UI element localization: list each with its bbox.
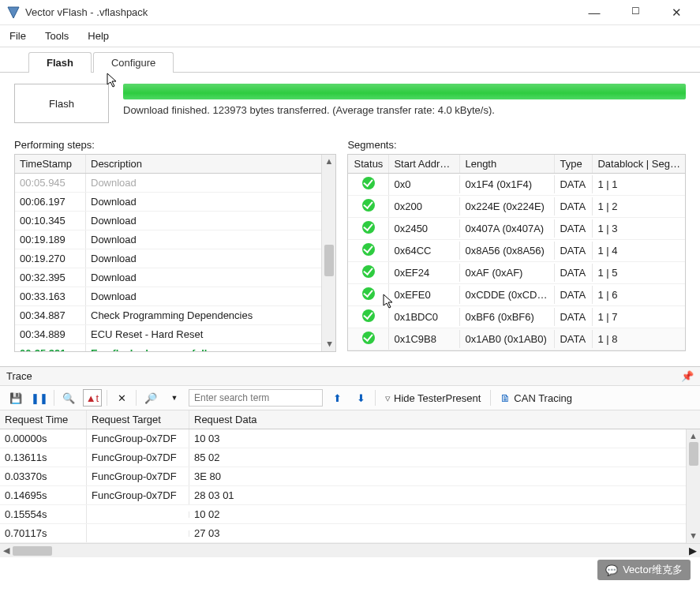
trace-body[interactable]: 0.00000s FuncGroup-0x7DF 10 030.13611s F…	[0, 429, 686, 543]
trace-cell-tg: FuncGroup-0x7DF	[87, 486, 189, 504]
segment-db-cell: 1 | 2	[593, 197, 685, 215]
tab-flash[interactable]: Flash	[28, 52, 92, 73]
segments-label: Segments:	[347, 139, 686, 151]
steps-cell-ts: 00:32.395	[15, 268, 86, 287]
pin-icon[interactable]: 📌	[681, 370, 694, 382]
seg-col-start[interactable]: Start Address	[389, 155, 460, 173]
steps-cell-desc: Download	[86, 249, 321, 268]
segment-length-cell: 0x1AB0 (0x1AB0)	[460, 330, 555, 348]
save-icon[interactable]: 💾	[6, 389, 25, 407]
trace-cell-rd: 27 03	[189, 524, 686, 542]
trace-row[interactable]: 0.13611s FuncGroup-0x7DF 85 02	[0, 448, 686, 467]
flash-button[interactable]: Flash	[14, 84, 109, 123]
segment-row[interactable]: 0xEFE0 0xCDDE (0xCDDE) DATA 1 | 6	[348, 284, 685, 306]
menu-tools[interactable]: Tools	[45, 30, 69, 42]
steps-col-description[interactable]: Description	[86, 155, 321, 173]
steps-row[interactable]: 00:10.345 Download	[15, 212, 321, 230]
segment-db-cell: 1 | 6	[593, 286, 685, 304]
segments-body[interactable]: 0x0 0x1F4 (0x1F4) DATA 1 | 1 0x200 0x224…	[348, 174, 685, 350]
seg-col-length[interactable]: Length	[460, 155, 555, 173]
steps-row[interactable]: 00:05.945 Download	[15, 174, 321, 193]
steps-cell-desc: Download	[86, 268, 321, 287]
segment-type-cell: DATA	[555, 242, 593, 260]
check-icon	[362, 265, 375, 278]
trace-hscroll[interactable]: ◀ ▶	[0, 543, 700, 557]
seg-col-datablock[interactable]: Datablock | Seg…	[593, 155, 685, 173]
trace-cell-tg: FuncGroup-0x7DF	[87, 429, 189, 448]
minimize-button[interactable]: —	[583, 6, 605, 20]
trace-cell-rt: 0.15554s	[0, 505, 87, 523]
find-next-icon[interactable]: ⬇︎	[351, 389, 370, 407]
dropdown-icon[interactable]: ▼	[165, 389, 184, 407]
segment-type-cell: DATA	[555, 308, 593, 326]
steps-cell-ts: 00:33.163	[15, 287, 86, 305]
trace-cell-tg: FuncGroup-0x7DF	[87, 448, 189, 466]
steps-row[interactable]: 00:34.889 ECU Reset - Hard Reset	[15, 325, 321, 344]
segment-row[interactable]: 0x200 0x224E (0x224E) DATA 1 | 2	[348, 196, 685, 218]
segment-row[interactable]: 0x1C9B8 0x1AB0 (0x1AB0) DATA 1 | 8	[348, 328, 685, 350]
segment-row[interactable]: 0xEF24 0xAF (0xAF) DATA 1 | 5	[348, 262, 685, 284]
segment-start-cell: 0x200	[389, 197, 460, 215]
segment-row[interactable]: 0x0 0x1F4 (0x1F4) DATA 1 | 1	[348, 174, 685, 196]
check-icon	[362, 243, 375, 256]
segment-status-cell	[348, 218, 389, 239]
steps-body[interactable]: 00:05.945 Download00:06.197 Download00:1…	[15, 174, 321, 351]
trace-col-request-target[interactable]: Request Target	[87, 410, 189, 429]
segment-db-cell: 1 | 7	[593, 308, 685, 326]
steps-row[interactable]: 00:19.189 Download	[15, 230, 321, 249]
pause-icon[interactable]: ❚❚	[30, 389, 49, 407]
trace-col-request-time[interactable]: Request Time	[0, 410, 87, 429]
seg-col-status[interactable]: Status	[348, 155, 389, 173]
find-icon[interactable]: 🔎	[141, 389, 160, 407]
segment-row[interactable]: 0x64CC 0x8A56 (0x8A56) DATA 1 | 4	[348, 240, 685, 262]
clear-icon[interactable]: ✕	[112, 389, 131, 407]
segment-row[interactable]: 0x1BDC0 0xBF6 (0xBF6) DATA 1 | 7	[348, 306, 685, 328]
maximize-button[interactable]: ☐	[624, 6, 646, 20]
segment-type-cell: DATA	[555, 264, 593, 282]
steps-col-timestamp[interactable]: TimeStamp	[15, 155, 86, 173]
segment-length-cell: 0x407A (0x407A)	[460, 219, 555, 238]
can-tracing-button[interactable]: 🗎 CAN Tracing	[496, 392, 577, 404]
steps-row[interactable]: 00:06.197 Download	[15, 193, 321, 212]
trace-row[interactable]: 0.70117s 27 03	[0, 524, 686, 543]
close-button[interactable]: ✕	[665, 6, 687, 20]
zoom-icon[interactable]: 🔍	[59, 389, 78, 407]
steps-row[interactable]: 00:35.391 Ecu flashed successfully	[15, 344, 321, 351]
find-prev-icon[interactable]: ⬆︎	[328, 389, 346, 407]
steps-scrollbar[interactable]: ▲ ▲	[321, 155, 335, 351]
steps-cell-desc: Download	[86, 230, 321, 249]
hide-testerpresent-button[interactable]: ▿ Hide TesterPresent	[380, 392, 485, 404]
menu-file[interactable]: File	[9, 30, 26, 42]
document-icon: 🗎	[500, 392, 511, 404]
check-icon	[362, 177, 375, 189]
seg-col-type[interactable]: Type	[555, 155, 593, 173]
steps-cell-ts: 00:34.887	[15, 306, 86, 324]
delta-time-icon[interactable]: ▲t	[83, 389, 102, 407]
segment-row[interactable]: 0x2450 0x407A (0x407A) DATA 1 | 3	[348, 218, 685, 240]
trace-vscroll[interactable]: ▲ ▲	[686, 429, 700, 543]
trace-cell-rt: 0.70117s	[0, 524, 87, 542]
steps-row[interactable]: 00:19.270 Download	[15, 249, 321, 268]
trace-row[interactable]: 0.14695s FuncGroup-0x7DF 28 03 01	[0, 486, 686, 505]
trace-panel: Trace 📌 💾 ❚❚ 🔍 ▲t ✕ 🔎 ▼ ⬆︎ ⬇︎ ▿ Hide Tes…	[0, 366, 700, 557]
window-title: Vector vFlash - .vflashpack	[25, 6, 148, 18]
segments-pane: Segments: Status Start Address Length Ty…	[347, 139, 686, 352]
segment-db-cell: 1 | 4	[593, 242, 685, 260]
tab-configure[interactable]: Configure	[93, 52, 174, 73]
segment-start-cell: 0xEFE0	[389, 286, 460, 304]
segment-start-cell: 0xEF24	[389, 264, 460, 282]
trace-cell-rd: 10 02	[189, 505, 686, 523]
steps-row[interactable]: 00:34.887 Check Programming Dependencies	[15, 306, 321, 325]
trace-row[interactable]: 0.00000s FuncGroup-0x7DF 10 03	[0, 429, 686, 448]
filter-icon: ▿	[385, 392, 391, 404]
trace-row[interactable]: 0.15554s 10 02	[0, 505, 686, 524]
steps-row[interactable]: 00:33.163 Download	[15, 287, 321, 306]
steps-cell-desc: Check Programming Dependencies	[86, 306, 321, 324]
status-message: Download finished. 123973 bytes transfer…	[123, 104, 686, 116]
steps-cell-ts: 00:19.189	[15, 230, 86, 249]
steps-row[interactable]: 00:32.395 Download	[15, 268, 321, 287]
trace-col-request-data[interactable]: Request Data	[189, 410, 700, 429]
menu-help[interactable]: Help	[88, 30, 109, 42]
search-input[interactable]	[189, 389, 323, 407]
trace-row[interactable]: 0.03370s FuncGroup-0x7DF 3E 80	[0, 467, 686, 486]
